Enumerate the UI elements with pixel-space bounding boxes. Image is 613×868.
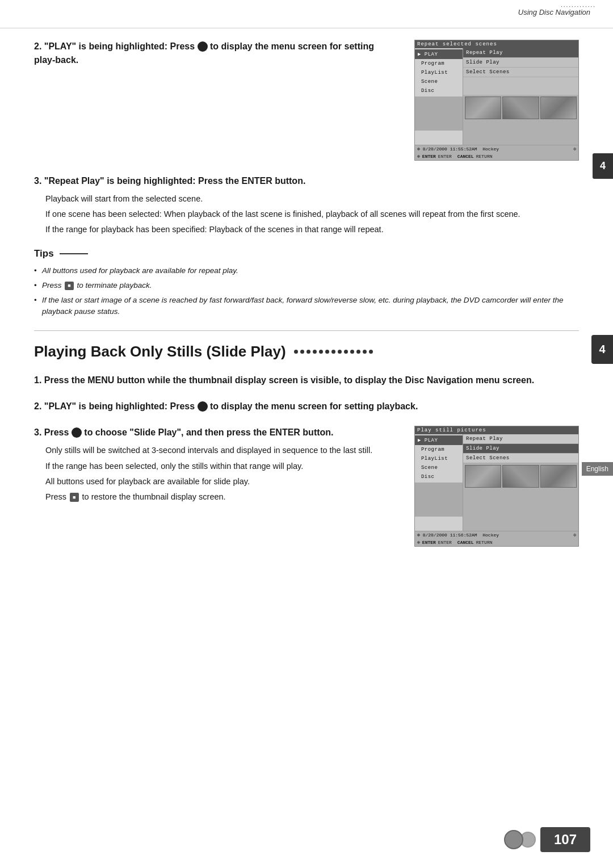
dvd-enter-text-2: ENTER [438, 540, 452, 545]
section-2-top: 2. "PLAY" is being highlighted: Press to… [34, 40, 579, 161]
dvd-menu-1-footer-date: ⊕ 8/20/2000 11:55:52AM Hockey [417, 146, 499, 152]
circle-button-icon-2 [198, 401, 208, 412]
dot-4 [313, 350, 317, 354]
dvd-menu-2-footer: ⊕ 8/20/2000 11:56:52AM Hockey ⊙ [415, 531, 578, 539]
tips-item-1-text: All buttons used for playback are availa… [42, 266, 238, 275]
dvd-menu-screenshot-2: Play still pictures ▶ PLAY Program PlayL… [414, 426, 579, 547]
section-dots [294, 350, 373, 354]
dvd-thumb-1 [465, 97, 501, 119]
slide-step-3-body-4: Press ■ to restore the thumbnail display… [45, 490, 398, 504]
slide-step-3-body-3: All buttons used for playback are availa… [45, 475, 398, 488]
dvd-menu-2-controls: ⊕ ENTERENTER CANCELRETURN [415, 539, 578, 546]
slide-play-heading-text: Playing Back Only Stills (Slide Play) [34, 342, 286, 362]
header-title: Using Disc Navigation [518, 8, 590, 16]
step-3-body-3: If the range for playback has been speci… [45, 223, 579, 236]
dvd-thumb2-1 [465, 465, 501, 488]
tips-list-item-2: Press ■ to terminate playback. [34, 280, 579, 291]
slide-step-1-heading: 1. Press the MENU button while the thumb… [34, 374, 579, 387]
slide-step-3-body-2: If the range has been selected, only the… [45, 460, 398, 473]
slide-step-3-section: 3. Press to choose "Slide Play", and the… [34, 426, 579, 547]
bottom-nav: 107 [504, 827, 590, 852]
circle-button-icon [198, 41, 208, 52]
dvd-menu-2-footer-icon: ⊙ [573, 532, 576, 538]
dvd-menu-2-left-item-4: Scene [415, 463, 463, 472]
slide-step-1-num: 1. [34, 375, 41, 385]
dvd-menu-1-left: ▶ PLAY Program PlayList Scene Disc [415, 48, 463, 145]
tips-list-item-3: If the last or start image of a scene is… [34, 295, 579, 318]
step-3-num: 3. [34, 176, 41, 186]
slide-step-1-heading-text: Press the MENU button while the thumbnai… [44, 375, 534, 385]
dot-8 [338, 350, 342, 354]
dot-6 [325, 350, 329, 354]
slide-step-1: 1. Press the MENU button while the thumb… [34, 374, 579, 387]
chapter-4-tab: 4 [591, 335, 613, 364]
dvd-thumb-3 [540, 97, 577, 119]
dvd-menu-1-titlebar: Repeat selected scenes [415, 40, 578, 48]
step-3-body-1: Playback will start from the selected sc… [45, 192, 579, 206]
dot-10 [350, 350, 354, 354]
dvd-menu-screenshot-2-container: Play still pictures ▶ PLAY Program PlayL… [414, 426, 579, 547]
dvd-enter-btn-label: ENTER [422, 154, 436, 159]
tips-list-item-1: All buttons used for playback are availa… [34, 265, 579, 276]
nav-circles-container [504, 830, 536, 849]
dvd-menu-1-controls: ⊕ ENTERENTER CANCELRETURN [415, 153, 578, 160]
slide-step-3-heading: 3. Press to choose "Slide Play", and the… [34, 426, 398, 439]
dot-13 [369, 350, 373, 354]
dvd-menu-screenshot-1: Repeat selected scenes ▶ PLAY Program Pl… [414, 40, 579, 161]
chapter-num: 4 [600, 160, 606, 171]
dvd-menu-1-right-item-1: Repeat Play [463, 48, 578, 58]
dot-12 [363, 350, 367, 354]
dot-3 [306, 350, 310, 354]
page-number: 107 [540, 827, 590, 852]
dvd-menu-2-left: ▶ PLAY Program PlayList Scene Disc [415, 434, 463, 531]
header-area: ············· Using Disc Navigation [0, 0, 613, 28]
dvd-menu-1-body: ▶ PLAY Program PlayList Scene Disc Repea… [415, 48, 578, 145]
dvd-menu-2-right-item-1: Repeat Play [463, 434, 578, 444]
slide-step-3-text: 3. Press to choose "Slide Play", and the… [34, 426, 398, 506]
section-2-text: 2. "PLAY" is being highlighted: Press to… [34, 40, 397, 72]
slide-play-heading: Playing Back Only Stills (Slide Play) [34, 342, 579, 362]
nav-circle-1 [504, 830, 523, 849]
slide-step-2-heading-text2: to display the menu screen for setting p… [210, 401, 418, 411]
dvd-menu-2-left-item-5: Disc [415, 472, 463, 481]
circle-button-icon-3 [72, 427, 82, 438]
dvd-menu-1-right-item-2: Slide Play [463, 58, 578, 68]
dvd-menu-1-left-item-5: Disc [415, 86, 463, 95]
dvd-cancel-btn-label-2: CANCEL [457, 540, 474, 545]
slide-step-2-heading-text: "PLAY" is being highlighted: Press [44, 401, 195, 411]
dvd-menu-2-right: Repeat Play Slide Play Select Scenes [463, 434, 578, 463]
dvd-menu-2-titlebar: Play still pictures [415, 426, 578, 434]
slide-step-3-heading-text1: Press [44, 427, 69, 437]
step-2-heading: 2. "PLAY" is being highlighted: Press to… [34, 40, 397, 67]
dot-11 [356, 350, 360, 354]
dvd-menu-1-right: Repeat Play Slide Play Select Scenes [463, 48, 578, 95]
dvd-menu-1-thumbnails [463, 95, 578, 145]
dot-9 [344, 350, 348, 354]
dot-5 [319, 350, 323, 354]
dvd-menu-1-left-item-1: ▶ PLAY [415, 49, 463, 59]
stop-btn-icon-1: ■ [65, 282, 73, 291]
dvd-thumb2-2 [502, 465, 539, 488]
tips-heading: Tips [34, 248, 579, 259]
slide-step-3-heading-text2: to choose "Slide Play", and then press t… [84, 427, 333, 437]
dvd-menu-2-thumbnails [463, 463, 578, 531]
dvd-menu-2-body: ▶ PLAY Program PlayList Scene Disc Repea… [415, 434, 578, 531]
section-3: 3. "Repeat Play" is being highlighted: P… [34, 174, 579, 237]
step-2-num: 2. [34, 41, 41, 51]
tips-section: Tips All buttons used for playback are a… [34, 248, 579, 318]
slide-step-2-num: 2. [34, 401, 41, 411]
slide-step-2-heading: 2. "PLAY" is being highlighted: Press to… [34, 400, 579, 413]
chapter-tab: 4 [593, 153, 613, 179]
dvd-menu-2-footer-date: ⊕ 8/20/2000 11:56:52AM Hockey [417, 532, 499, 538]
page-container: ············· Using Disc Navigation 4 2.… [0, 0, 613, 868]
dvd-menu-2-left-item-2: Program [415, 445, 463, 454]
dvd-thumb-2 [502, 97, 539, 119]
english-badge: English [582, 462, 613, 476]
stop-btn-icon-2: ■ [70, 493, 78, 502]
dvd-enter-btn-label-2: ENTER [422, 540, 436, 545]
dvd-menu-2-left-item-1: ▶ PLAY [415, 435, 463, 445]
dvd-menu-1-footer-icon: ⊙ [573, 146, 576, 152]
dot-2 [300, 350, 304, 354]
slide-step-3-body: Only stills will be switched at 3-second… [34, 444, 398, 504]
divider-1 [34, 330, 579, 331]
